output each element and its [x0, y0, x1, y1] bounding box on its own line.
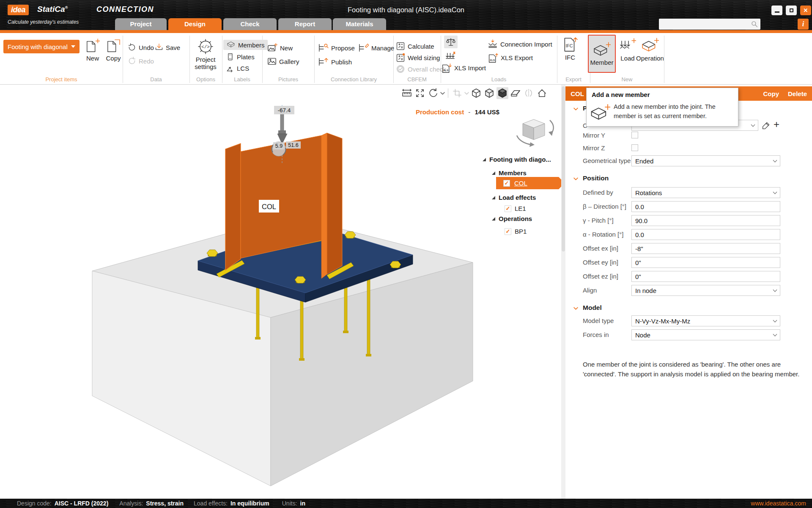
library-publish-button[interactable]: Publish [318, 57, 352, 66]
minimize-button[interactable] [771, 6, 782, 15]
new-operation-button[interactable]: Operation [637, 37, 663, 62]
undo-button[interactable]: Undo [128, 43, 154, 52]
tree-members-group[interactable]: Members [492, 169, 527, 177]
section-chevron-icon[interactable] [573, 177, 578, 181]
view-clipped-icon[interactable] [510, 87, 521, 99]
manage-pencil-icon [358, 43, 369, 52]
copy-member-button[interactable]: Copy [763, 86, 779, 101]
alpha-rotation-input[interactable] [631, 229, 780, 240]
viewport-3d-scene[interactable]: -67.4 5.9 51.6 COL [0, 85, 565, 499]
align-select[interactable]: In node [631, 285, 780, 296]
website-link[interactable]: www.ideastatica.com [751, 500, 806, 507]
column-right-flange[interactable] [327, 133, 342, 274]
tab-design[interactable]: Design [168, 18, 222, 30]
ifc-export-button[interactable]: IFC [559, 36, 581, 61]
expander-icon[interactable] [492, 196, 495, 199]
tree-operations-group[interactable]: Operations [492, 215, 532, 222]
tab-project[interactable]: Project [115, 18, 167, 30]
section-chevron-icon[interactable] [573, 107, 578, 111]
analysis-label: Analysis: [119, 500, 143, 507]
gamma-pitch-input[interactable] [631, 215, 780, 226]
production-cost: Production cost - 144 US$ [416, 108, 499, 116]
tab-check[interactable]: Check [223, 18, 277, 30]
model-type-select[interactable]: N-Vy-Vz-Mx-My-Mz [631, 315, 780, 326]
status-bar: Design code: AISC - LRFD (2022) Analysis… [0, 499, 812, 508]
checkbox-checked-icon[interactable]: ✓ [505, 205, 511, 212]
redo-button: Redo [128, 57, 154, 65]
add-cross-section-button[interactable]: + [774, 119, 779, 130]
info-button[interactable]: i [798, 19, 809, 30]
picture-new-button[interactable]: New [267, 43, 293, 52]
tab-report[interactable]: Report [278, 18, 332, 30]
library-manage-button[interactable]: Manage [358, 43, 394, 52]
tree-member-col-selected[interactable]: ✓ COL [496, 177, 565, 189]
copy-project-item-button[interactable]: Copy [103, 38, 123, 62]
tab-materials[interactable]: Materials [333, 18, 386, 30]
new-project-item-button[interactable]: New [83, 38, 102, 62]
group-label-data: Data [123, 76, 189, 83]
library-propose-button[interactable]: Propose [318, 43, 355, 52]
calculate-button[interactable]: Calculate [396, 41, 434, 51]
scrollbar-thumb[interactable] [562, 86, 565, 251]
project-item-selector[interactable]: Footing with diagonal [3, 40, 80, 53]
expander-icon[interactable] [492, 171, 495, 175]
connection-import-button[interactable]: Connection Import [488, 39, 552, 49]
member-beam-plus-icon [593, 41, 611, 58]
new-load-button[interactable]: Load [618, 37, 637, 62]
tree-load-effects-group[interactable]: Load effects [492, 194, 536, 201]
defined-by-select[interactable]: Rotations [631, 187, 780, 198]
section-chevron-icon[interactable] [573, 306, 578, 311]
loads-percentage-toggle[interactable] [445, 52, 455, 61]
beta-direction-input[interactable] [631, 201, 780, 212]
geometrical-type-select[interactable]: Ended [631, 155, 780, 166]
rotate-dropdown-icon[interactable] [440, 91, 445, 96]
group-label-pictures: Pictures [262, 76, 314, 83]
view-wireframe-icon[interactable] [470, 87, 482, 99]
loads-equilibrium-toggle[interactable] [444, 36, 458, 48]
crop-dropdown-icon [464, 91, 469, 96]
picture-gallery-button[interactable]: Gallery [267, 57, 299, 66]
checkbox-checked-icon[interactable]: ✓ [503, 180, 510, 187]
navigation-cube[interactable] [517, 119, 554, 147]
labels-members-toggle[interactable]: Members [223, 40, 268, 50]
rotate-view-icon[interactable] [427, 87, 439, 99]
tree-load-effect-le1[interactable]: ✓ LE1 [505, 205, 526, 212]
search-icon [751, 21, 758, 28]
zoom-fit-icon[interactable] [414, 87, 426, 99]
expander-icon[interactable] [492, 217, 495, 221]
column-left-flange[interactable] [225, 144, 241, 270]
offset-ez-input[interactable] [631, 271, 780, 282]
save-button[interactable]: Save [155, 43, 180, 52]
search-input[interactable] [659, 19, 760, 30]
offset-ey-input[interactable] [631, 257, 780, 268]
mirror-y-checkbox[interactable] [631, 132, 638, 138]
expander-icon[interactable] [483, 158, 486, 161]
tree-operation-bp1[interactable]: ✓ BP1 [505, 228, 527, 235]
edit-pencil-icon[interactable] [762, 121, 771, 130]
column-right-flange-edge[interactable] [321, 133, 327, 279]
mirror-z-checkbox[interactable] [631, 144, 638, 151]
weld-sizing-button[interactable]: Weld sizing [396, 53, 440, 62]
delete-member-button[interactable]: Delete [788, 86, 807, 101]
labels-plates-toggle[interactable]: Plates [226, 52, 255, 61]
xls-import-button[interactable]: XLS Import [441, 63, 486, 73]
project-settings-button[interactable]: Project settings [188, 38, 223, 70]
forces-in-select[interactable]: Node [631, 329, 780, 340]
home-view-icon[interactable] [536, 87, 548, 99]
offset-ex-input[interactable] [631, 243, 780, 254]
close-button[interactable]: ✕ [800, 6, 811, 15]
measure-ruler-icon[interactable] [401, 87, 413, 99]
tree-root-item[interactable]: Footing with diago... [483, 156, 551, 163]
labels-lcs-toggle[interactable]: LCS [226, 64, 249, 72]
view-solid-icon[interactable] [497, 87, 508, 99]
mirror-view-icon [523, 87, 535, 99]
group-label-options: Options [189, 76, 222, 83]
checkbox-checked-icon[interactable]: ✓ [505, 228, 511, 235]
save-icon [155, 43, 163, 52]
xls-export-button[interactable]: XLS Export [488, 52, 533, 63]
publish-upload-icon [318, 57, 329, 66]
maximize-button[interactable] [786, 6, 797, 15]
new-member-button[interactable]: Member [588, 35, 616, 73]
view-transparent-icon[interactable] [483, 87, 495, 99]
panel-scrollbar[interactable] [561, 85, 565, 499]
